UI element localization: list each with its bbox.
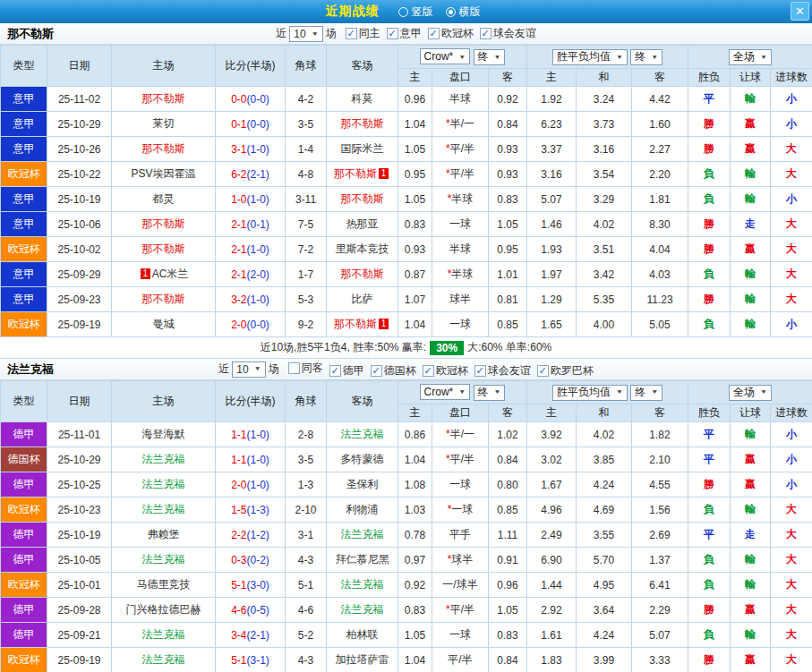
date-cell: 25-10-29 — [47, 112, 112, 137]
team-name[interactable]: 法兰克福 — [142, 478, 185, 490]
team-name[interactable]: 那不勒斯 — [334, 318, 377, 330]
halftime-score: (1-0) — [247, 293, 269, 306]
team-name[interactable]: 那不勒斯 — [142, 242, 185, 255]
score-cell: 1-1(1-0) — [216, 422, 286, 447]
team-name[interactable]: 拜仁慕尼黑 — [336, 553, 389, 566]
subcol-handicap-result: 让球 — [731, 69, 771, 87]
team-name[interactable]: 法兰克福 — [142, 628, 185, 641]
period-select[interactable]: 全场▼ — [729, 385, 772, 401]
avg-away-odds-cell: 3.33 — [632, 648, 688, 672]
chevron-down-icon: ▼ — [760, 54, 767, 60]
checkbox-checked-icon[interactable]: ✓ — [371, 365, 382, 377]
handicap-star: * — [448, 268, 452, 280]
checkbox-unchecked-icon[interactable] — [288, 362, 300, 374]
avg-odds-select[interactable]: 胜平负均值▼ — [552, 385, 628, 401]
team-name[interactable]: 那不勒斯 — [334, 167, 377, 180]
avg-odds-select[interactable]: 胜平负均值▼ — [552, 49, 628, 65]
team-name[interactable]: 法兰克福 — [142, 653, 185, 666]
matches-tbody: 德甲25-11-01海登海默1-1(1-0)2-8法兰克福0.86*半/一1.0… — [1, 422, 812, 672]
away-team-cell: 柏林联 — [327, 623, 398, 648]
team-name[interactable]: 那不勒斯 — [142, 142, 185, 155]
team-name[interactable]: 圣保利 — [346, 478, 379, 490]
avg-away-odds-cell: 4.03 — [632, 262, 688, 287]
checkbox-checked-icon[interactable]: ✓ — [474, 365, 486, 377]
checkbox-checked-icon[interactable]: ✓ — [346, 28, 357, 39]
team-name[interactable]: 法兰克福 — [341, 428, 384, 440]
home-water-cell: 1.05 — [398, 137, 432, 162]
checkbox-checked-icon[interactable]: ✓ — [480, 28, 491, 39]
team-name[interactable]: 弗赖堡 — [148, 528, 180, 540]
avg-time-select[interactable]: 终▼ — [630, 49, 662, 65]
checkbox-checked-icon[interactable]: ✓ — [387, 28, 398, 39]
period-select[interactable]: 全场▼ — [729, 49, 772, 65]
team-name[interactable]: 那不勒斯 — [142, 92, 185, 105]
date-cell: 25-10-05 — [47, 548, 112, 573]
away-water-cell: 0.93 — [489, 137, 527, 162]
checkbox-checked-icon[interactable]: ✓ — [423, 365, 434, 377]
team-name[interactable]: PSV埃因霍温 — [131, 167, 195, 180]
filter-checkbox[interactable]: ✓德国杯 — [371, 363, 416, 379]
filter-checkbox[interactable]: ✓球会友谊 — [474, 363, 531, 379]
team-name[interactable]: 门兴格拉德巴赫 — [126, 603, 201, 616]
bookmaker-select[interactable]: Crow*▼ — [420, 48, 471, 64]
match-count-value: 10 — [294, 28, 305, 40]
team-name[interactable]: 莱切 — [153, 117, 175, 130]
team-name[interactable]: 法兰克福 — [341, 578, 384, 591]
view-mode-radio-horizontal[interactable]: 横版 — [446, 4, 481, 20]
view-mode-radio-vertical[interactable]: 竖版 — [398, 4, 433, 20]
avg-time-select[interactable]: 终▼ — [630, 385, 662, 401]
team-name[interactable]: 柏林联 — [346, 628, 379, 641]
odds-time-select[interactable]: 终▼ — [474, 385, 506, 401]
filter-checkbox[interactable]: ✓欧罗巴杯 — [537, 363, 594, 379]
team-name[interactable]: AC米兰 — [152, 268, 189, 280]
team-name[interactable]: 那不勒斯 — [341, 117, 384, 130]
filter-checkbox[interactable]: ✓欧冠杯 — [428, 26, 474, 41]
filter-checkbox[interactable]: ✓意甲 — [387, 26, 422, 41]
team-name[interactable]: 热那亚 — [346, 217, 379, 230]
match-count-select[interactable]: 10 ▼ — [232, 362, 265, 378]
checkbox-checked-icon[interactable]: ✓ — [537, 365, 549, 377]
checkbox-checked-icon[interactable]: ✓ — [329, 365, 341, 377]
team-name[interactable]: 里斯本竞技 — [336, 242, 389, 255]
team-name[interactable]: 那不勒斯 — [341, 192, 384, 205]
team-name[interactable]: 法兰克福 — [142, 453, 185, 465]
filter-checkbox[interactable]: ✓同主 — [346, 26, 380, 41]
match-count-select[interactable]: 10 ▼ — [289, 26, 322, 42]
team-name[interactable]: 多特蒙德 — [341, 453, 384, 465]
team-name[interactable]: 科莫 — [352, 92, 373, 105]
team-name[interactable]: 法兰克福 — [341, 528, 384, 540]
team-name[interactable]: 法兰克福 — [142, 553, 185, 566]
filter-checkbox[interactable]: 同客 — [288, 361, 323, 376]
avg-home-odds-cell: 1.83 — [527, 648, 577, 672]
team-name[interactable]: 那不勒斯 — [341, 268, 384, 280]
filter-checkbox[interactable]: ✓欧冠杯 — [423, 363, 468, 379]
bookmaker-select[interactable]: Crow*▼ — [420, 384, 471, 400]
odds-time-select[interactable]: 终▼ — [474, 49, 506, 65]
team-name[interactable]: 都灵 — [153, 192, 175, 205]
team-name[interactable]: 法兰克福 — [142, 503, 185, 515]
match-row: 欧冠杯25-10-02那不勒斯2-1(1-0)7-2里斯本竞技0.93半球0.9… — [1, 237, 812, 262]
subcol-wdl: 胜负 — [688, 404, 731, 422]
avg-draw-odds-cell: 3.29 — [577, 187, 632, 212]
team-name[interactable]: 国际米兰 — [341, 142, 384, 155]
period-select-value: 全场 — [733, 49, 755, 64]
fulltime-score: 0-1 — [231, 118, 246, 131]
away-team-cell: 里斯本竞技 — [327, 237, 398, 262]
team-name[interactable]: 曼城 — [153, 318, 175, 330]
team-name[interactable]: 比萨 — [352, 293, 373, 305]
team-name[interactable]: 马德里竞技 — [137, 578, 191, 591]
team-name[interactable]: 利物浦 — [346, 503, 379, 515]
checkbox-checked-icon[interactable]: ✓ — [428, 28, 440, 39]
team-name[interactable]: 海登海默 — [142, 428, 185, 440]
filter-checkbox[interactable]: ✓德甲 — [329, 363, 364, 379]
close-icon[interactable]: ✕ — [791, 2, 809, 21]
wdl-result-cell: 勝 — [688, 212, 731, 237]
match-count-value: 10 — [236, 363, 248, 376]
filter-checkbox[interactable]: ✓球会友谊 — [480, 26, 536, 41]
team-name[interactable]: 法兰克福 — [341, 603, 384, 616]
subcol-odds-away: 客 — [489, 69, 527, 87]
team-name[interactable]: 那不勒斯 — [142, 217, 185, 230]
team-name[interactable]: 加拉塔萨雷 — [336, 653, 389, 666]
away-team-cell: 那不勒斯1 — [327, 162, 398, 187]
team-name[interactable]: 那不勒斯 — [142, 293, 185, 305]
